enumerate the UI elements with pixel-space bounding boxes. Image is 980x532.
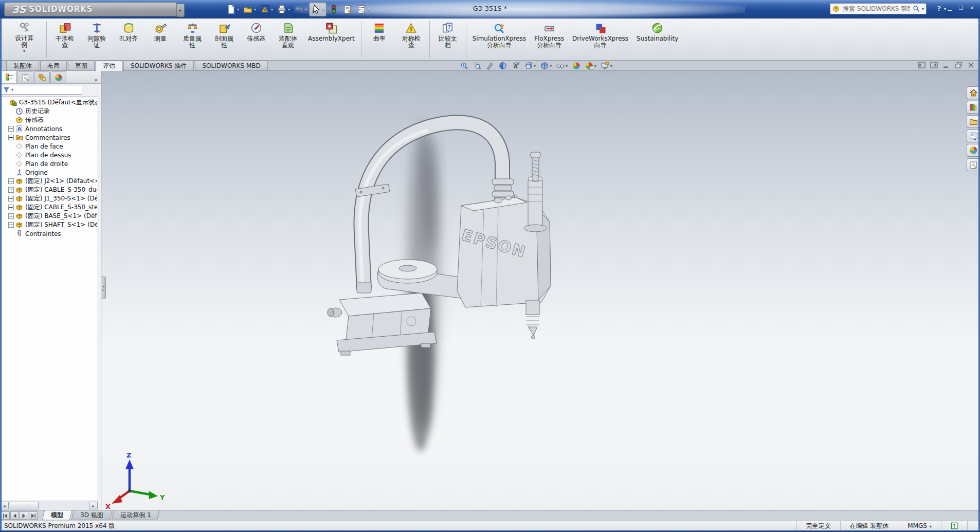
zoom-to-area-button[interactable]: [473, 62, 481, 70]
doc-tab-模型[interactable]: 模型: [42, 510, 72, 520]
doc-tab-3d-视图[interactable]: 3D 视图: [71, 510, 112, 520]
mass-properties-button[interactable]: 质量属性: [176, 19, 208, 60]
expand-icon[interactable]: [8, 126, 14, 132]
prev-tab-icon[interactable]: [10, 511, 19, 520]
dropdown-arrow-icon[interactable]: ▾: [566, 64, 568, 68]
flyout-arrow-icon[interactable]: ▾: [23, 49, 25, 53]
solidworks-resources-tab[interactable]: [967, 86, 979, 99]
tree-item[interactable]: Contraintes: [0, 229, 97, 238]
tab-评估[interactable]: 评估: [96, 61, 122, 71]
appearances-scenes-tab[interactable]: [967, 144, 979, 157]
sensors-button[interactable]: 传感器: [240, 19, 272, 60]
close-button[interactable]: ✕: [968, 4, 977, 12]
tree-item[interactable]: 历史记录: [0, 107, 97, 116]
tree-item[interactable]: (固定) CABLE_S-350_stem: [0, 203, 97, 212]
first-tab-icon[interactable]: [1, 511, 10, 520]
hole-alignment-button[interactable]: 孔对齐: [113, 19, 144, 60]
tree-item[interactable]: (固定) BASE_S<1> (Défau: [0, 212, 97, 221]
tree-item[interactable]: (固定) J1_350-S<1> (Défa: [0, 194, 97, 203]
hide-show-items-button[interactable]: ▾: [556, 62, 568, 70]
last-tab-icon[interactable]: [29, 511, 38, 520]
view-palette-tab[interactable]: [967, 130, 979, 142]
tree-item[interactable]: (固定) CABLE_S-350_duct: [0, 186, 97, 194]
dropdown-arrow-icon[interactable]: ▾: [254, 7, 256, 12]
dropdown-arrow-icon[interactable]: ▾: [322, 7, 324, 12]
zoom-fit-button[interactable]: [460, 62, 468, 70]
pane-right-icon[interactable]: [930, 62, 938, 68]
dropdown-arrow-icon[interactable]: ▾: [534, 64, 536, 68]
sustainability-button[interactable]: Sustainability: [632, 19, 682, 60]
minimize-button[interactable]: ▁: [945, 4, 954, 12]
panel-splitter-grip[interactable]: ◂▸: [101, 277, 106, 299]
dropdown-arrow-icon[interactable]: ▾: [550, 64, 552, 68]
dropdown-arrow-icon[interactable]: ▾: [237, 7, 239, 12]
scroll-right-icon[interactable]: ▸: [89, 502, 98, 509]
tree-item[interactable]: AAnnotations: [0, 124, 97, 133]
expand-icon[interactable]: [8, 135, 14, 140]
propertymanager-tab[interactable]: [17, 71, 33, 83]
tree-filter-field[interactable]: ▾: [1, 85, 82, 95]
view-settings-button[interactable]: ▾: [601, 62, 612, 70]
file-explorer-tab[interactable]: [967, 115, 979, 128]
simulationxpress-wizard-button[interactable]: SimulationXpress分析向导: [468, 19, 530, 60]
displaymanager-tab[interactable]: [50, 71, 66, 83]
filter-dropdown-icon[interactable]: ▾: [11, 87, 13, 92]
tree-item[interactable]: 传感器: [0, 116, 97, 124]
doc-tab-运动算例-1[interactable]: 运动算例 1: [111, 510, 159, 520]
next-tab-icon[interactable]: [20, 511, 28, 520]
expand-icon[interactable]: [8, 205, 14, 210]
search-icon[interactable]: [913, 5, 920, 12]
print-document-button[interactable]: ▾: [275, 3, 292, 16]
configurationmanager-tab[interactable]: [34, 71, 50, 83]
open-document-button[interactable]: ▾: [241, 3, 258, 16]
new-document-button[interactable]: ▾: [224, 3, 241, 16]
tab-solidworks-mbd[interactable]: SOLIDWORKS MBD: [195, 61, 267, 70]
clearance-verify-button[interactable]: 间隙验证: [81, 19, 113, 60]
pane-left-icon[interactable]: [918, 62, 925, 68]
save-document-button[interactable]: A▾: [258, 3, 275, 16]
expand-icon[interactable]: [8, 187, 14, 193]
tab-草图[interactable]: 草图: [68, 61, 95, 70]
view-orientation-button[interactable]: ▾: [524, 62, 536, 70]
assembly-visualization-button[interactable]: 装配体直观: [272, 19, 304, 60]
expand-icon[interactable]: [8, 178, 14, 184]
tab-布局[interactable]: 布局: [40, 61, 67, 70]
expand-icon[interactable]: [8, 196, 14, 201]
graphics-viewport[interactable]: EPSON: [101, 71, 980, 510]
tree-horizontal-scrollbar[interactable]: ◂ ▸: [0, 501, 98, 510]
driveworksxpress-wizard-button[interactable]: DriveWorksXpress向导: [568, 19, 632, 60]
dropdown-arrow-icon[interactable]: ▾: [594, 64, 596, 68]
menu-expand-arrow-icon[interactable]: ▸: [176, 4, 185, 17]
display-style-button[interactable]: ▾: [540, 62, 552, 70]
assemblyxpert-button[interactable]: AssemblyXpert: [304, 19, 359, 60]
compare-documents-button[interactable]: ?比较文档: [432, 19, 464, 60]
help-search-box[interactable]: ? ▾: [830, 3, 927, 14]
dropdown-arrow-icon[interactable]: ▾: [368, 7, 370, 12]
dropdown-arrow-icon[interactable]: ▾: [271, 7, 273, 12]
dropdown-arrow-icon[interactable]: ▾: [610, 64, 612, 68]
rebuild-button[interactable]: [327, 3, 340, 16]
quick-tips-button[interactable]: ?: [941, 521, 967, 530]
mdi-close-icon[interactable]: [967, 62, 975, 68]
expand-icon[interactable]: [8, 222, 14, 228]
scrollbar-thumb[interactable]: [10, 502, 39, 509]
mdi-minimize-icon[interactable]: [942, 62, 950, 68]
featuremanager-tab[interactable]: [1, 70, 17, 83]
options-button[interactable]: ▾: [355, 3, 371, 16]
file-properties-button[interactable]: [341, 3, 354, 16]
tree-item[interactable]: (固定) SHAFT_S<1> (Défa: [0, 221, 97, 229]
restore-button[interactable]: ❐: [956, 4, 966, 12]
tree-item[interactable]: Origine: [0, 168, 97, 177]
zoom-to-selection-button[interactable]: [486, 62, 494, 70]
design-library-tab[interactable]: [967, 101, 979, 114]
section-properties-button[interactable]: 剖面属性: [208, 19, 240, 60]
dropdown-arrow-icon[interactable]: ▾: [305, 7, 307, 12]
tree-item[interactable]: Plan de droite: [0, 159, 97, 168]
tab-装配体[interactable]: 装配体: [6, 61, 39, 70]
apply-scene-button[interactable]: ▾: [585, 62, 596, 70]
tab-solidworks-插件[interactable]: SOLIDWORKS 插件: [123, 61, 194, 70]
select-tool-button[interactable]: ▾: [309, 2, 326, 16]
tree-item[interactable]: Plan de face: [0, 142, 97, 151]
interference-check-button[interactable]: 干涉检查: [49, 19, 81, 60]
section-view-button[interactable]: [499, 62, 507, 70]
